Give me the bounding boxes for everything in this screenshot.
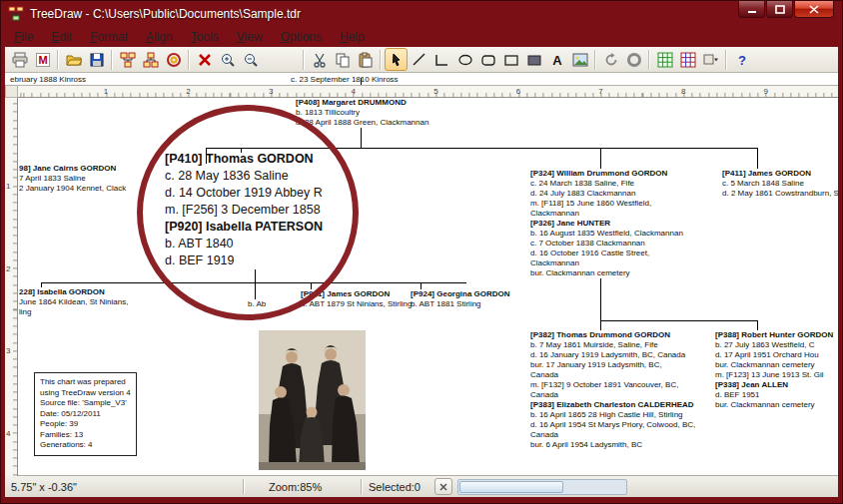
person-box-georgina-gordon-924[interactable]: [P924] Georgina GORDONb. ABT 1881 Stirli… bbox=[411, 289, 510, 309]
person-box-jane-cairns-gordon[interactable]: 98] Jane Cairns GORDON7 April 1833 Salin… bbox=[19, 164, 126, 194]
print-icon bbox=[12, 52, 28, 68]
vruler-number: 3 bbox=[6, 346, 10, 355]
connector-line bbox=[600, 148, 601, 169]
person-line: m. [F123] 13 June 1913 St. Gil bbox=[715, 370, 833, 380]
person-line: d. 16 October 1916 Castle Street, bbox=[530, 249, 683, 258]
highlight-ellipse[interactable] bbox=[137, 105, 359, 320]
maximize-button[interactable] bbox=[766, 1, 793, 18]
line-button[interactable] bbox=[408, 48, 430, 71]
person-line: Canada bbox=[530, 430, 695, 440]
person-box-margaret-drummond-408[interactable]: [P408] Margaret DRUMMONDb. 1813 Tillicou… bbox=[296, 98, 428, 128]
rectangle-button[interactable] bbox=[499, 48, 522, 71]
connector-line bbox=[421, 282, 422, 289]
ortho-line-button[interactable] bbox=[430, 48, 453, 71]
chart-grid-button[interactable] bbox=[676, 48, 699, 71]
grid-button[interactable] bbox=[653, 48, 676, 71]
zoom-in-icon bbox=[220, 52, 236, 68]
status-zoom: Zoom:85% bbox=[245, 481, 361, 493]
ellipse-button[interactable] bbox=[453, 48, 476, 71]
rectangle-icon bbox=[503, 52, 519, 68]
open-icon bbox=[66, 52, 82, 68]
hruler-number: 4 bbox=[352, 87, 356, 96]
person-box-thomas-drummond-gordon-382[interactable]: [P382] Thomas Drummond GORDONb. 7 May 18… bbox=[530, 330, 695, 450]
person-line: d. 24 July 1883 Clackmannan bbox=[530, 189, 683, 199]
descendant-chart-button[interactable] bbox=[116, 48, 139, 71]
person-line: bur. 6 April 1954 Ladysmith, BC bbox=[530, 440, 695, 450]
person-box-robert-hunter-gordon-388[interactable]: [P388] Robert Hunter GORDONb. 27 July 18… bbox=[715, 330, 833, 410]
picture-button[interactable] bbox=[568, 48, 591, 71]
person-line: bur. 17 January 1919 Ladysmith, BC, bbox=[530, 360, 695, 370]
menu-format[interactable]: Format bbox=[81, 28, 137, 46]
person-line: d. BEF 1951 bbox=[715, 390, 833, 400]
menu-view[interactable]: View bbox=[228, 28, 272, 46]
person-line: [P338] Jean ALLEN bbox=[715, 380, 833, 390]
chart-info-box[interactable]: This chart was preparedusing TreeDraw ve… bbox=[34, 372, 137, 456]
person-box-william-drummond-gordon-324[interactable]: [P324] William Drummond GORDONc. 24 Marc… bbox=[530, 169, 683, 278]
person-line: d. 17 April 1951 Orchard Hou bbox=[715, 350, 833, 360]
person-line: Clackmannan bbox=[530, 258, 683, 268]
copy-button[interactable] bbox=[331, 48, 354, 71]
person-line: [P408] Margaret DRUMMOND bbox=[296, 98, 428, 108]
text-button[interactable]: A bbox=[545, 48, 568, 71]
zoom-out-button[interactable] bbox=[239, 48, 262, 71]
rounded-rect-icon bbox=[480, 52, 496, 68]
grid-icon bbox=[657, 52, 673, 68]
person-line: b. 27 July 1863 Westfield, C bbox=[715, 340, 833, 350]
person-line: [P382] Thomas Drummond GORDON bbox=[530, 330, 695, 340]
menu-align[interactable]: Align bbox=[137, 28, 182, 46]
help-button[interactable]: ? bbox=[730, 48, 753, 71]
menu-tools[interactable]: Tools bbox=[182, 28, 228, 46]
cut-button[interactable] bbox=[308, 48, 331, 71]
info-box-line: using TreeDraw version 4 bbox=[40, 388, 131, 399]
metafile-icon: M bbox=[35, 52, 51, 68]
status-close-button[interactable] bbox=[434, 478, 452, 495]
filled-rect-icon bbox=[526, 52, 542, 68]
ancestor-chart-button[interactable] bbox=[139, 48, 162, 71]
menu-help[interactable]: Help bbox=[331, 28, 374, 46]
connector-line bbox=[361, 128, 362, 148]
person-line: d. 16 April 1954 St Marys Priory, Colwoo… bbox=[530, 420, 695, 430]
save-button[interactable] bbox=[85, 48, 108, 71]
color-picker-button[interactable] bbox=[699, 48, 722, 71]
info-box-line: Generations: 4 bbox=[40, 440, 131, 451]
delete-button[interactable] bbox=[193, 48, 216, 71]
metafile-button[interactable]: M bbox=[31, 48, 54, 71]
donut-icon bbox=[626, 52, 642, 68]
chart-canvas[interactable]: This chart was preparedusing TreeDraw ve… bbox=[5, 73, 838, 476]
zoom-in-button[interactable] bbox=[216, 48, 239, 71]
connector-line bbox=[600, 278, 601, 330]
person-line: 7 April 1833 Saline bbox=[19, 174, 126, 184]
circular-chart-icon bbox=[166, 52, 182, 68]
svg-text:?: ? bbox=[738, 53, 746, 68]
minimize-button[interactable] bbox=[738, 1, 765, 18]
person-box-isabella-gordon-228[interactable]: 228] Isabella GORDONJune 1864 Kildean, S… bbox=[19, 287, 128, 317]
toolbar: MA? bbox=[5, 47, 838, 73]
menu-bar: FileEditFormatAlignToolsViewOptionsHelp bbox=[5, 27, 838, 47]
horizontal-scrollbar[interactable] bbox=[457, 479, 627, 495]
person-line: Clackmannan bbox=[530, 209, 683, 219]
menu-edit[interactable]: Edit bbox=[42, 28, 81, 46]
select-button[interactable] bbox=[385, 48, 408, 71]
family-photo[interactable] bbox=[259, 330, 366, 474]
person-box-james-gordon-411[interactable]: [P411] James GORDONc. 5 March 1848 Salin… bbox=[722, 169, 838, 199]
status-selected: Selected:0 bbox=[363, 481, 430, 493]
copy-icon bbox=[335, 52, 351, 68]
rounded-rect-button[interactable] bbox=[476, 48, 499, 71]
close-button[interactable] bbox=[794, 1, 834, 18]
donut-button[interactable] bbox=[622, 48, 645, 71]
menu-file[interactable]: File bbox=[5, 28, 42, 46]
filled-rect-button[interactable] bbox=[522, 48, 545, 71]
menu-options[interactable]: Options bbox=[272, 28, 331, 46]
person-line: bur. Clackmannan cemetery bbox=[715, 360, 833, 370]
person-line: m. [F132] 9 October 1891 Vancouver, BC, bbox=[530, 380, 695, 390]
title-bar[interactable]: TreeDraw - C:\Users\Public\Documents\Sam… bbox=[1, 1, 842, 27]
open-button[interactable] bbox=[62, 48, 85, 71]
paste-button[interactable] bbox=[354, 48, 377, 71]
person-line: b. 7 May 1861 Muirside, Saline, Fife bbox=[530, 340, 695, 350]
select-icon bbox=[389, 52, 405, 68]
scrollbar-thumb[interactable] bbox=[459, 481, 563, 493]
circular-chart-button[interactable] bbox=[162, 48, 185, 71]
print-button[interactable] bbox=[8, 48, 31, 71]
horizontal-ruler: 123456789 bbox=[18, 85, 838, 98]
rotate-button[interactable] bbox=[599, 48, 622, 71]
